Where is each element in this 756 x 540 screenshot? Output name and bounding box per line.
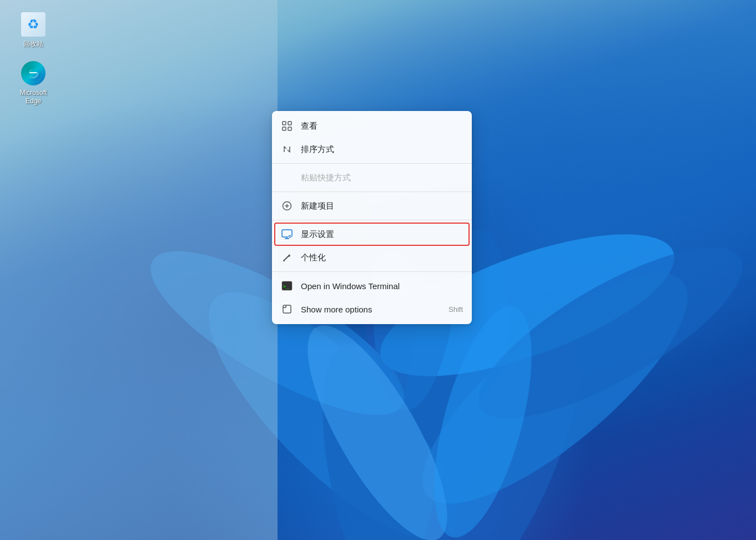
- menu-item-display-settings[interactable]: 显示设置: [274, 223, 470, 246]
- recycle-bin-label: 回收站: [23, 40, 43, 49]
- paste-shortcut-label: 粘贴快捷方式: [301, 173, 351, 183]
- svg-text:>_: >_: [283, 284, 289, 289]
- svg-rect-29: [283, 305, 291, 313]
- edge-label: MicrosoftEdge: [20, 89, 47, 106]
- svg-rect-17: [288, 127, 291, 130]
- sort-icon: [281, 143, 293, 155]
- display-settings-icon: [281, 228, 293, 240]
- recycle-bin-image: ♻: [20, 11, 47, 38]
- desktop-icon-area: ♻ 回收站: [11, 11, 56, 106]
- edge-image: [20, 60, 47, 87]
- menu-item-paste-shortcut[interactable]: 粘贴快捷方式: [272, 166, 472, 189]
- view-label: 查看: [301, 121, 317, 132]
- display-settings-label: 显示设置: [301, 229, 334, 240]
- svg-rect-16: [283, 127, 286, 130]
- microsoft-edge-icon[interactable]: MicrosoftEdge: [11, 60, 56, 106]
- menu-item-more-options[interactable]: Show more options Shift: [272, 297, 472, 321]
- recycle-bin-bg: ♻: [21, 12, 46, 37]
- context-menu: 查看 排序方式 粘贴快捷方式: [272, 111, 472, 324]
- more-options-icon: [281, 303, 293, 315]
- menu-item-new[interactable]: 新建项目: [272, 194, 472, 218]
- edge-shape: [21, 61, 46, 85]
- edge-svg: [25, 65, 42, 82]
- svg-rect-15: [288, 122, 291, 125]
- recycle-bin-symbol: ♻: [27, 17, 39, 32]
- divider-1: [272, 163, 472, 164]
- svg-rect-14: [283, 122, 286, 125]
- more-options-shortcut: Shift: [448, 305, 463, 314]
- divider-2: [272, 191, 472, 192]
- divider-4: [272, 271, 472, 272]
- new-item-label: 新建项目: [301, 201, 334, 211]
- desktop: ♻ 回收站: [0, 0, 756, 540]
- new-item-icon: [281, 200, 293, 212]
- view-icon: [281, 120, 293, 132]
- divider-3: [272, 220, 472, 220]
- terminal-icon: >_: [281, 280, 293, 292]
- personalize-label: 个性化: [301, 253, 326, 263]
- recycle-bin-icon[interactable]: ♻ 回收站: [11, 11, 56, 49]
- sort-label: 排序方式: [301, 144, 334, 155]
- menu-item-terminal[interactable]: >_ Open in Windows Terminal: [272, 274, 472, 297]
- terminal-label: Open in Windows Terminal: [301, 281, 400, 291]
- menu-item-sort[interactable]: 排序方式: [272, 138, 472, 161]
- personalize-icon: [281, 251, 293, 264]
- paste-shortcut-icon: [281, 171, 293, 184]
- menu-item-personalize[interactable]: 个性化: [272, 246, 472, 269]
- more-options-label: Show more options: [301, 305, 372, 314]
- menu-item-view[interactable]: 查看: [272, 114, 472, 138]
